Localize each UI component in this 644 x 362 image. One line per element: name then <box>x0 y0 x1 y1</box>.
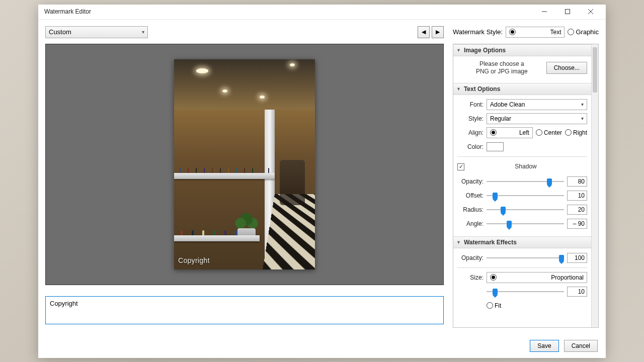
style-label: Watermark Style: <box>453 28 503 36</box>
options-panel: ▼ Image Options Please choose a PNG or J… <box>453 44 599 328</box>
content: Custom ▾ ◀ ▶ <box>38 20 606 334</box>
preset-dropdown[interactable]: Custom ▾ <box>45 26 148 38</box>
shadow-offset-value[interactable]: 10 <box>567 191 587 201</box>
size-proportional-radio[interactable]: Proportional <box>487 272 587 283</box>
text-options-body: Font: Adobe Clean▾ Style: Regular▾ Align… <box>453 95 591 236</box>
window-controls <box>535 5 600 19</box>
prev-image-button[interactable]: ◀ <box>418 26 430 38</box>
watermark-text-input[interactable] <box>45 296 444 324</box>
shadow-opacity-label: Opacity: <box>457 178 487 185</box>
font-style-dropdown[interactable]: Regular▾ <box>487 113 587 124</box>
size-fit-radio[interactable]: Fit <box>487 302 501 309</box>
window-title: Watermark Editor <box>44 8 91 15</box>
effects-body: Opacity: 100 Size: Proportional <box>453 248 591 318</box>
shadow-label: Shadow <box>464 163 587 170</box>
disclosure-triangle-icon: ▼ <box>456 86 461 92</box>
shadow-angle-label: Angle: <box>457 220 487 227</box>
style-text-radio[interactable]: Text <box>506 27 565 38</box>
font-dropdown[interactable]: Adobe Clean▾ <box>487 99 587 110</box>
align-center-radio[interactable]: Center <box>536 129 562 136</box>
size-slider[interactable] <box>487 287 564 296</box>
effects-opacity-value[interactable]: 100 <box>567 253 587 263</box>
effects-opacity-slider[interactable] <box>487 253 564 262</box>
font-label: Font: <box>457 101 487 108</box>
shadow-radius-value[interactable]: 20 <box>567 205 587 215</box>
shadow-angle-slider[interactable] <box>487 219 564 228</box>
disclosure-triangle-icon: ▼ <box>456 48 461 53</box>
shadow-offset-label: Offset: <box>457 192 487 199</box>
text-options-header[interactable]: ▼ Text Options <box>453 83 591 95</box>
shadow-offset-slider[interactable] <box>487 191 564 200</box>
titlebar: Watermark Editor <box>38 5 606 20</box>
shadow-radius-slider[interactable] <box>487 205 564 214</box>
cancel-button[interactable]: Cancel <box>564 340 598 352</box>
disclosure-triangle-icon: ▼ <box>456 240 461 245</box>
image-options-body: Please choose a PNG or JPG image Choose.… <box>453 56 591 83</box>
maximize-button[interactable] <box>558 5 577 19</box>
style-label: Style: <box>457 115 487 122</box>
image-options-header[interactable]: ▼ Image Options <box>453 44 591 56</box>
preview-photo: Copyright <box>174 59 315 269</box>
close-button[interactable] <box>582 5 600 19</box>
size-label: Size: <box>457 274 487 281</box>
shadow-opacity-value[interactable]: 80 <box>567 176 587 187</box>
image-note: Please choose a PNG or JPG image <box>457 60 546 76</box>
watermark-editor-window: Watermark Editor Custom ▾ ◀ ▶ <box>38 5 606 358</box>
watermark-style-row: Watermark Style: Text Graphic <box>453 26 599 39</box>
color-label: Color: <box>457 143 487 150</box>
svg-rect-1 <box>566 10 570 14</box>
shadow-angle-value[interactable]: – 90 <box>567 219 587 229</box>
size-value[interactable]: 10 <box>567 287 587 297</box>
shadow-opacity-slider[interactable] <box>487 177 564 186</box>
align-right-radio[interactable]: Right <box>565 129 587 136</box>
preview-nav: ◀ ▶ <box>418 26 444 38</box>
minimize-button[interactable] <box>535 5 553 19</box>
save-button[interactable]: Save <box>530 340 558 352</box>
next-image-button[interactable]: ▶ <box>432 26 444 38</box>
left-column: Custom ▾ ◀ ▶ <box>45 26 444 328</box>
watermark-overlay-text: Copyright <box>178 256 210 264</box>
right-column: Watermark Style: Text Graphic ▼ Image Op… <box>453 26 599 328</box>
shadow-checkbox[interactable] <box>457 163 464 170</box>
choose-image-button[interactable]: Choose... <box>546 62 587 74</box>
chevron-down-icon: ▾ <box>581 116 584 121</box>
style-graphic-radio[interactable]: Graphic <box>568 28 599 36</box>
panel-scrollbar[interactable] <box>591 44 598 327</box>
chevron-down-icon: ▾ <box>142 29 144 35</box>
left-toolbar: Custom ▾ ◀ ▶ <box>45 26 444 39</box>
shadow-radius-label: Radius: <box>457 206 487 213</box>
effects-opacity-label: Opacity: <box>457 254 487 261</box>
footer: Save Cancel <box>38 334 606 358</box>
align-left-radio[interactable]: Left <box>487 127 533 138</box>
align-label: Align: <box>457 129 487 136</box>
chevron-down-icon: ▾ <box>581 102 584 107</box>
effects-header[interactable]: ▼ Watermark Effects <box>453 236 591 248</box>
preset-value: Custom <box>49 28 71 36</box>
text-color-swatch[interactable] <box>487 142 504 151</box>
preview-area: Copyright <box>45 44 444 285</box>
